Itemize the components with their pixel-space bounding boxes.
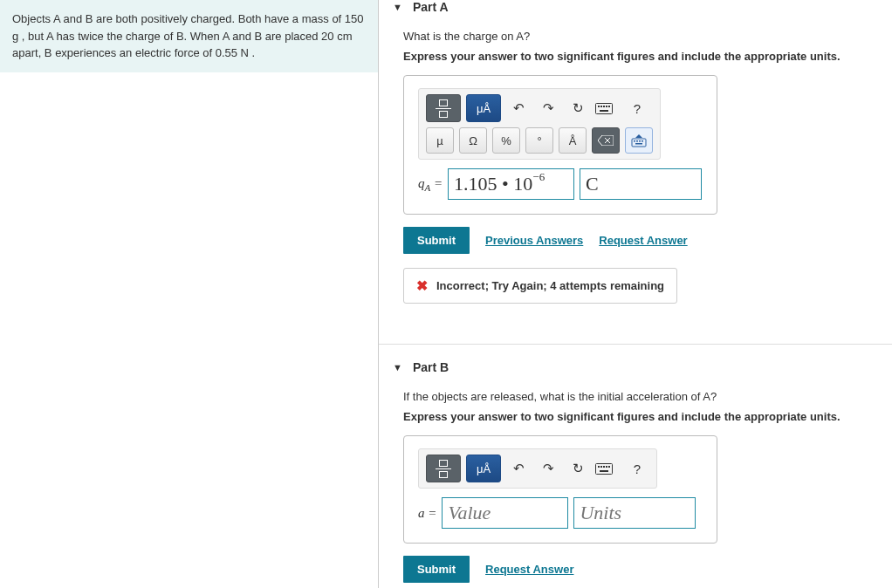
problem-text: Objects A and B are both positively char…: [12, 12, 364, 59]
svg-rect-17: [600, 466, 602, 468]
request-answer-link[interactable]: Request Answer: [599, 234, 687, 247]
problem-statement: Objects A and B are both positively char…: [0, 0, 378, 72]
part-a-answer-box: μÅ ↶ ↷ ↻ ? µ Ω % ° Å: [403, 75, 717, 215]
caret-down-icon: ▼: [393, 362, 402, 373]
divider: [379, 344, 892, 345]
part-a-body: What is the charge on A? Express your an…: [379, 21, 892, 321]
part-b-question: If the objects are released, what is the…: [403, 390, 875, 403]
fraction-template-button[interactable]: [426, 455, 461, 482]
svg-rect-5: [608, 106, 610, 107]
backspace-button[interactable]: [592, 127, 620, 154]
feedback-text: Incorrect; Try Again; 4 attempts remaini…: [436, 279, 664, 292]
part-a-value-input[interactable]: 1.105 • 10−6: [448, 168, 574, 200]
svg-rect-0: [596, 103, 613, 113]
part-b-title: Part B: [413, 360, 449, 374]
caret-down-icon: ▼: [393, 2, 402, 12]
keyboard-icon[interactable]: [595, 463, 620, 475]
svg-rect-18: [603, 466, 605, 468]
svg-rect-16: [598, 466, 600, 468]
part-a-title: Part A: [413, 0, 449, 14]
incorrect-icon: ✖: [416, 277, 428, 294]
help-icon[interactable]: ?: [625, 101, 649, 116]
keyboard-blue-button[interactable]: [625, 127, 653, 154]
submit-button[interactable]: Submit: [403, 556, 470, 583]
answer-panel: ▼ Part A What is the charge on A? Expres…: [378, 0, 892, 588]
mu-button[interactable]: µ: [426, 127, 454, 154]
feedback-box: ✖ Incorrect; Try Again; 4 attempts remai…: [403, 268, 677, 304]
help-icon[interactable]: ?: [625, 462, 649, 476]
angstrom-button[interactable]: Å: [559, 127, 587, 154]
part-b-body: If the objects are released, what is the…: [379, 381, 892, 588]
previous-answers-link[interactable]: Previous Answers: [485, 234, 583, 247]
units-button[interactable]: μÅ: [466, 455, 501, 482]
undo-icon[interactable]: ↶: [506, 100, 531, 116]
reset-icon[interactable]: ↻: [566, 461, 590, 476]
part-b-answer-box: μÅ ↶ ↷ ↻ ? a =: [403, 435, 717, 544]
part-a-header[interactable]: ▼ Part A: [379, 0, 892, 21]
percent-button[interactable]: %: [492, 127, 520, 154]
units-button[interactable]: μÅ: [466, 94, 501, 122]
svg-rect-6: [600, 110, 608, 112]
svg-rect-1: [598, 106, 600, 107]
omega-button[interactable]: Ω: [459, 127, 487, 154]
degree-button[interactable]: °: [525, 127, 553, 154]
qa-label: qA =: [418, 176, 443, 193]
svg-rect-13: [642, 140, 643, 142]
redo-icon[interactable]: ↷: [536, 461, 560, 476]
undo-icon[interactable]: ↶: [506, 461, 531, 476]
keyboard-icon[interactable]: [595, 103, 620, 114]
a-label: a =: [418, 506, 436, 521]
part-b-instruction: Express your answer to two significant f…: [403, 410, 875, 423]
part-b-value-input[interactable]: [442, 497, 568, 529]
svg-rect-3: [603, 106, 605, 107]
part-a-instruction: Express your answer to two significant f…: [403, 50, 875, 63]
svg-rect-2: [600, 106, 602, 107]
part-a-units-input[interactable]: C: [580, 168, 702, 200]
part-a-question: What is the charge on A?: [403, 30, 875, 43]
svg-rect-9: [632, 139, 646, 147]
redo-icon[interactable]: ↷: [536, 100, 560, 116]
request-answer-link[interactable]: Request Answer: [485, 563, 573, 576]
svg-rect-19: [606, 466, 607, 468]
svg-rect-14: [635, 143, 642, 145]
toolbar-b: μÅ ↶ ↷ ↻ ?: [418, 448, 657, 489]
svg-rect-12: [639, 140, 641, 142]
submit-button[interactable]: Submit: [403, 227, 470, 254]
svg-rect-21: [600, 470, 608, 472]
svg-rect-20: [608, 466, 610, 468]
svg-rect-4: [606, 106, 607, 107]
reset-icon[interactable]: ↻: [566, 100, 590, 116]
toolbar-a: μÅ ↶ ↷ ↻ ? µ Ω % ° Å: [418, 88, 661, 160]
part-b-header[interactable]: ▼ Part B: [379, 360, 892, 381]
fraction-template-button[interactable]: [426, 94, 461, 122]
part-b-units-input[interactable]: [573, 497, 696, 529]
svg-rect-10: [634, 140, 635, 142]
svg-rect-15: [596, 463, 613, 474]
svg-rect-11: [636, 140, 638, 142]
